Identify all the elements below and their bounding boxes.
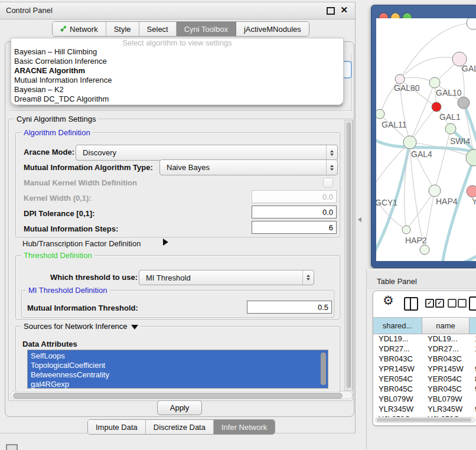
table-cell: YBR045C xyxy=(422,384,470,393)
aracne-mode-combobox[interactable]: Discovery xyxy=(76,145,338,161)
network-node-gal11[interactable] xyxy=(376,109,384,119)
collapsed-panel-icon[interactable] xyxy=(6,444,18,450)
aracne-mode-label: Aracne Mode: xyxy=(24,148,74,156)
tab-discretize-data[interactable]: Discretize Data xyxy=(146,420,214,434)
dpi-tolerance-field[interactable] xyxy=(252,206,337,219)
data-attributes-label: Data Attributes xyxy=(22,340,77,348)
tab-cyni-toolbox[interactable]: Cyni Toolbox xyxy=(177,22,236,36)
node-label: Y xyxy=(472,197,476,206)
attribute-item-betweennesscentrality[interactable]: BetweennessCentrality xyxy=(28,370,328,380)
manual-kernel-width-label: Manual Kernel Width Definition xyxy=(24,178,137,187)
attribute-item-gal4rgexp[interactable]: gal4RGexp xyxy=(28,380,328,389)
tab-label: jActiveMNodules xyxy=(244,25,301,34)
tab-infer-network[interactable]: Infer Network xyxy=(214,420,275,434)
table-row[interactable]: YPR145WYPR145W9. xyxy=(373,364,476,374)
algorithm-option-dream8-dc-tdc-algorithm[interactable]: Dream8 DC_TDC Algorithm xyxy=(11,94,343,104)
tab-network[interactable]: Network xyxy=(53,22,106,36)
kernel-width-field[interactable] xyxy=(252,190,337,203)
table-row[interactable]: YER054CYER054C8. xyxy=(373,374,476,384)
mi-algorithm-type-combobox[interactable]: Naive Bayes xyxy=(159,159,338,175)
manual-kernel-width-checkbox[interactable] xyxy=(323,178,333,188)
table-row[interactable]: YBL079WYBL079W xyxy=(373,394,476,404)
data-attributes-list[interactable]: SelfLoopsTopologicalCoefficientBetweenne… xyxy=(27,350,328,389)
network-node-gal1[interactable] xyxy=(432,102,441,112)
algorithm-option-mutual-information-inference[interactable]: Mutual Information Inference xyxy=(11,76,343,85)
expand-arrow-icon[interactable] xyxy=(163,239,168,246)
collapse-arrow-icon[interactable] xyxy=(131,325,138,330)
algorithm-option-bayesian-k2[interactable]: Bayesian – K2 xyxy=(11,85,343,94)
network-node-hap2[interactable] xyxy=(402,226,410,234)
screen: Control Panel ✕ NetworkStyleSelectCyni T… xyxy=(0,0,476,450)
table-panel-titlebar[interactable]: Table Panel xyxy=(367,271,476,289)
table-panel-title: Table Panel xyxy=(377,277,417,286)
scrollbar-thumb[interactable] xyxy=(377,418,471,422)
network-node[interactable] xyxy=(467,18,476,30)
tab-select[interactable]: Select xyxy=(139,22,177,36)
network-canvas[interactable]: GALGAL80GAL10GAL1GAL11SWI4GAL4GCY1HAP4YH… xyxy=(376,18,476,261)
attribute-item-topologicalcoefficient[interactable]: TopologicalCoefficient xyxy=(28,361,328,370)
deselect-all-checkboxes-icon[interactable] xyxy=(458,299,467,308)
table-cell: YDL19... xyxy=(422,334,470,343)
select-all-checkboxes-icon[interactable]: ✓ xyxy=(425,299,434,308)
scrollbar-thumb[interactable] xyxy=(346,122,351,388)
algorithm-option-bayesian-hill-climbing[interactable]: Bayesian – Hill Climbing xyxy=(11,47,343,57)
table-header-row: shared...nameA xyxy=(373,317,476,334)
algorithm-option-basic-correlation-inference[interactable]: Basic Correlation Inference xyxy=(11,57,343,66)
deselect-all-checkboxes-icon[interactable] xyxy=(448,299,457,308)
network-node-swi4[interactable] xyxy=(445,123,456,134)
mi-steps-field[interactable] xyxy=(252,221,337,234)
which-threshold-combobox[interactable]: MI Threshold xyxy=(139,270,314,285)
table-row[interactable]: YBR043CYBR043C xyxy=(373,354,476,364)
partial-toolbar-icon[interactable] xyxy=(469,296,476,311)
table-row[interactable]: YDL19...YDL19...13 xyxy=(373,334,476,344)
close-icon[interactable]: ✕ xyxy=(340,5,348,15)
algorithm-option-aracne-algorithm[interactable]: ARACNE Algorithm xyxy=(11,66,343,76)
which-threshold-value: MI Threshold xyxy=(139,273,191,282)
scrollbar-thumb[interactable] xyxy=(13,393,343,399)
network-node-gal4[interactable] xyxy=(403,136,416,149)
table-horizontal-scrollbar[interactable] xyxy=(375,417,475,423)
network-node-y[interactable] xyxy=(467,185,476,197)
attribute-item-selfloops[interactable]: SelfLoops xyxy=(28,351,328,361)
tab-impute-data[interactable]: Impute Data xyxy=(88,420,146,434)
cyni-bottom-tabs: Impute DataDiscretize DataInfer Network xyxy=(87,419,275,435)
settings-horizontal-scrollbar[interactable] xyxy=(10,391,353,399)
gear-icon[interactable]: ⚙ xyxy=(383,294,394,308)
table-cell: YLR345W xyxy=(373,405,422,413)
node-table-window: ⚙ ✓ ✓ shared...nameA YDL19...YDL19...13Y… xyxy=(373,291,476,426)
column-header-shared[interactable]: shared... xyxy=(373,318,422,334)
mi-threshold-field[interactable] xyxy=(247,301,332,314)
algorithm-dropdown-popup: Select algorithm to view settings Bayesi… xyxy=(11,38,344,105)
network-node-gal10[interactable] xyxy=(429,77,440,88)
table-row[interactable]: YBR045CYBR045C9. xyxy=(373,384,476,394)
network-node-hap4[interactable] xyxy=(429,185,441,197)
network-view-window[interactable]: GALGAL80GAL10GAL1GAL11SWI4GAL4GCY1HAP4YH… xyxy=(371,5,476,268)
node-label: GAL10 xyxy=(436,88,462,97)
list-scrollbar-thumb[interactable] xyxy=(321,353,326,385)
network-node-gal80[interactable] xyxy=(395,74,405,84)
table-row[interactable]: YDR27...YDR27...12 xyxy=(373,344,476,354)
network-node[interactable] xyxy=(420,245,429,255)
split-columns-icon[interactable] xyxy=(404,297,418,311)
select-all-checkboxes-icon[interactable]: ✓ xyxy=(435,299,444,308)
table-cell: YBR045C xyxy=(373,384,422,393)
tab-jactivemnodules[interactable]: jActiveMNodules xyxy=(236,22,309,36)
column-header-a[interactable]: A xyxy=(470,318,476,334)
algorithm-list: Bayesian – Hill ClimbingBasic Correlatio… xyxy=(11,47,343,104)
mi-algorithm-type-value: Naive Bayes xyxy=(160,163,210,172)
kernel-width-label: Kernel Width (0,1): xyxy=(24,194,92,203)
column-header-name[interactable]: name xyxy=(422,318,470,334)
network-node[interactable] xyxy=(458,97,470,109)
settings-vertical-scrollbar[interactable] xyxy=(344,120,353,391)
float-window-icon[interactable] xyxy=(327,7,335,15)
sources-group-title[interactable]: Sources for Network Inference xyxy=(21,322,141,331)
table-row[interactable]: YLR345WYLR345W9. xyxy=(373,404,476,414)
tab-style[interactable]: Style xyxy=(106,22,139,36)
apply-button[interactable]: Apply xyxy=(157,400,202,415)
node-label: GAL xyxy=(462,64,476,73)
window-title: Control Panel xyxy=(6,6,53,15)
mi-algorithm-type-label: Mutual Information Algorithm Type: xyxy=(24,163,153,172)
spinner-arrows-icon xyxy=(326,160,337,175)
control-panel-titlebar[interactable]: Control Panel ✕ xyxy=(0,2,355,19)
split-collapse-arrow-icon[interactable] xyxy=(358,217,361,222)
